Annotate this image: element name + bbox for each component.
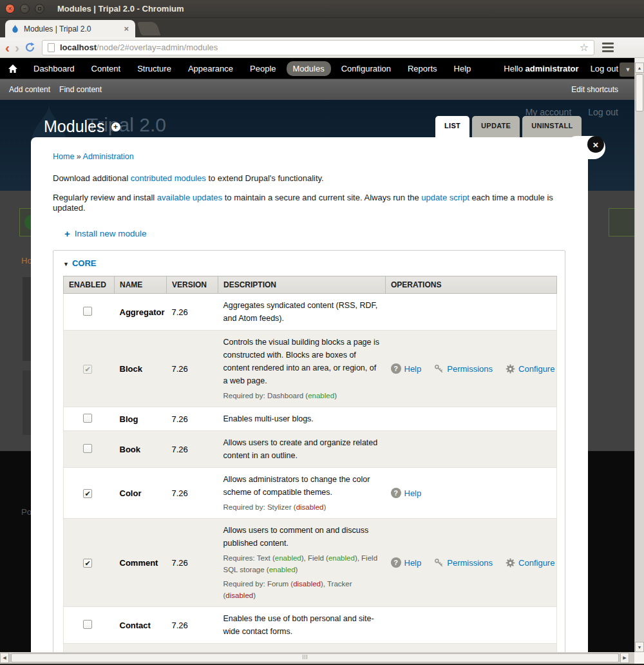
- enabled-cell: [64, 468, 115, 519]
- admin-menu-item-people[interactable]: People: [243, 61, 282, 76]
- username[interactable]: administrator: [526, 64, 579, 73]
- description-text: Allows administrators to change the colo…: [223, 473, 381, 499]
- col-operations: OPERATIONS: [386, 276, 557, 294]
- text-segment: ): [334, 392, 337, 400]
- enabled-cell: [64, 519, 115, 607]
- vertical-scrollbar-thumb[interactable]: [636, 74, 643, 111]
- intro-paragraph-2: Regularly review and install available u…: [53, 193, 588, 213]
- module-row-comment: Comment7.26Allows users to comment on an…: [64, 519, 557, 607]
- contact-checkbox[interactable]: [83, 620, 92, 629]
- help-link[interactable]: ?Help: [391, 363, 422, 374]
- permissions-label: Permissions: [447, 364, 493, 374]
- available-updates-link[interactable]: available updates: [157, 193, 222, 202]
- permissions-label: Permissions: [447, 558, 493, 568]
- blog-checkbox[interactable]: [83, 414, 92, 423]
- scroll-up-icon[interactable]: ▲: [635, 63, 644, 73]
- tab-list[interactable]: LIST: [435, 116, 469, 137]
- admin-menu-item-help[interactable]: Help: [448, 61, 478, 76]
- page-title: Modules +: [44, 117, 120, 136]
- browser-menu-icon[interactable]: [600, 40, 616, 55]
- url-host: localhost: [60, 43, 97, 52]
- text-segment: ): [253, 592, 256, 599]
- tab-update[interactable]: UPDATE: [472, 116, 520, 137]
- text-segment: to maintain a secure and current site. A…: [222, 193, 421, 202]
- new-tab-button[interactable]: [137, 22, 161, 35]
- admin-toolbar: DashboardContentStructureAppearancePeopl…: [0, 58, 644, 79]
- book-checkbox[interactable]: [83, 444, 92, 453]
- admin-menu-item-content[interactable]: Content: [85, 61, 128, 76]
- permissions-link[interactable]: Permissions: [434, 558, 493, 568]
- permissions-link[interactable]: Permissions: [434, 364, 493, 374]
- forward-button-icon[interactable]: ›: [15, 41, 19, 54]
- core-fieldset-legend[interactable]: ▼CORE: [63, 258, 555, 268]
- browser-window: × − Modules | Tripal 2.0 - Chromium Modu…: [0, 0, 644, 665]
- collapse-triangle-icon: ▼: [63, 261, 69, 267]
- enabled-cell: [64, 407, 115, 431]
- color-checkbox[interactable]: [83, 489, 92, 498]
- admin-menu-item-reports[interactable]: Reports: [401, 61, 444, 76]
- page-icon: [48, 43, 55, 52]
- install-new-module-link[interactable]: + Install new module: [64, 229, 588, 238]
- update-script-link[interactable]: update script: [421, 193, 469, 202]
- description-text: Aggregates syndicated content (RSS, RDF,…: [223, 299, 381, 325]
- configure-link[interactable]: Configure: [506, 364, 554, 374]
- contextual-plus-icon[interactable]: +: [111, 122, 120, 131]
- modules-table: ENABLED NAME VERSION DESCRIPTION OPERATI…: [63, 276, 557, 652]
- module-description: Enables the use of both personal and sit…: [218, 607, 386, 644]
- vertical-scrollbar[interactable]: ▲ ▼: [634, 58, 644, 652]
- aggregator-checkbox[interactable]: [83, 307, 92, 316]
- shortcut-add-content[interactable]: Add content: [9, 85, 50, 94]
- shortcut-find-content[interactable]: Find content: [59, 85, 102, 94]
- window-minimize-button[interactable]: −: [20, 4, 30, 14]
- breadcrumb-administration-link[interactable]: Administration: [83, 152, 134, 161]
- configure-link[interactable]: Configure: [506, 558, 554, 568]
- page-viewport: Tripal 2.0 Home Pow My account Log out M…: [0, 100, 634, 652]
- scroll-right-icon[interactable]: ▶: [620, 653, 629, 663]
- browser-toolbar: ‹ › localhost /node/2#overlay=admin/modu…: [0, 37, 644, 58]
- back-button-icon[interactable]: ‹: [5, 41, 10, 54]
- help-icon: ?: [391, 557, 401, 568]
- admin-menu-item-structure[interactable]: Structure: [131, 61, 178, 76]
- tab-uninstall[interactable]: UNINSTALL: [522, 116, 582, 137]
- block-checkbox[interactable]: [83, 365, 92, 374]
- help-link[interactable]: ?Help: [391, 488, 422, 498]
- horizontal-scrollbar[interactable]: ◀ ▶: [0, 652, 634, 664]
- text-segment: Download additional: [53, 173, 131, 183]
- module-row-aggregator: Aggregator7.26Aggregates syndicated cont…: [64, 294, 557, 331]
- configure-label: Configure: [518, 558, 554, 568]
- ok-status: enabled: [275, 554, 301, 562]
- admin-menu-item-dashboard[interactable]: Dashboard: [27, 61, 81, 76]
- bookmark-star-icon[interactable]: ☆: [580, 41, 589, 53]
- tab-close-icon[interactable]: ×: [122, 24, 130, 34]
- logout-link[interactable]: Log out: [591, 64, 618, 73]
- scroll-left-icon[interactable]: ◀: [0, 653, 9, 663]
- text-segment: ), Field (: [301, 554, 328, 562]
- operations-cell: ?HelpPermissionsConfigure: [386, 519, 557, 607]
- reload-icon[interactable]: [24, 42, 35, 53]
- shortcut-bar: Add contentFind content Edit shortcuts: [0, 79, 644, 100]
- admin-menu-item-modules[interactable]: Modules: [287, 61, 331, 76]
- url-bar[interactable]: localhost /node/2#overlay=admin/modules …: [42, 40, 594, 55]
- window-close-button[interactable]: ×: [5, 4, 15, 14]
- module-description: Controls the visual building blocks a pa…: [218, 331, 386, 407]
- overlay-close-button[interactable]: ×: [587, 136, 604, 153]
- ok-status: enabled: [328, 554, 355, 562]
- home-icon[interactable]: [8, 64, 18, 73]
- scroll-down-icon[interactable]: ▼: [635, 642, 644, 652]
- help-link[interactable]: ?Help: [391, 557, 422, 568]
- horizontal-scrollbar-thumb[interactable]: [11, 653, 619, 662]
- breadcrumb-home-link[interactable]: Home: [53, 152, 74, 161]
- greeting: Hello administrator: [504, 64, 578, 73]
- comment-checkbox[interactable]: [83, 559, 92, 568]
- logout-link-page[interactable]: Log out: [588, 107, 618, 117]
- admin-menu-item-configuration[interactable]: Configuration: [335, 61, 397, 76]
- admin-menu-item-appearance[interactable]: Appearance: [182, 61, 240, 76]
- contributed-modules-link[interactable]: contributed modules: [131, 173, 206, 183]
- browser-tab[interactable]: Modules | Tripal 2.0 ×: [5, 20, 135, 37]
- module-version: 7.26: [167, 331, 218, 407]
- module-version: 7.26: [167, 607, 218, 644]
- operations-cell: [386, 407, 557, 431]
- text-segment: ): [296, 566, 298, 573]
- window-maximize-button[interactable]: [35, 4, 44, 14]
- edit-shortcuts-link[interactable]: Edit shortcuts: [571, 85, 618, 94]
